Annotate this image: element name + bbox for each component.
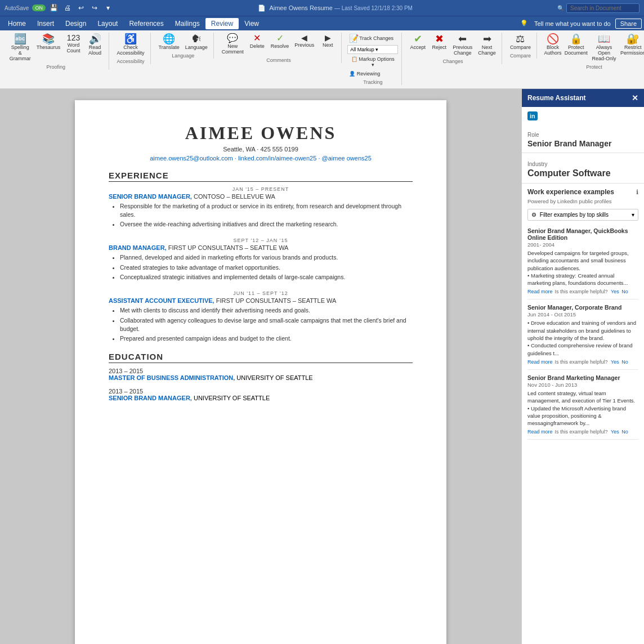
ribbon-btn-reviewing[interactable]: 👤 Reviewing xyxy=(347,70,382,78)
ribbon-btn-markupoptions[interactable]: 📋 Markup Options ▾ xyxy=(347,55,398,69)
ra-read-more-3[interactable]: Read more xyxy=(527,429,553,435)
menu-view[interactable]: View xyxy=(239,18,265,29)
job-title-3: ASSISTANT ACCOUNT EXECUTIVE, FIRST UP CO… xyxy=(109,297,413,304)
ra-examples-list: Senior Brand Manager, QuickBooks Online … xyxy=(522,223,644,644)
undo-icon[interactable]: ↩ xyxy=(76,3,86,13)
ra-helpful-1: Is this example helpful? Yes No xyxy=(555,289,628,294)
ra-ex-footer-3: Read more Is this example helpful? Yes N… xyxy=(527,429,638,435)
ra-read-more-1[interactable]: Read more xyxy=(527,289,553,294)
ribbon-btn-trackchanges[interactable]: 📝 Track Changes xyxy=(347,33,395,44)
ribbon-btn-protectdoc[interactable]: 🔒 ProtectDocument xyxy=(564,33,588,57)
document-area[interactable]: AIMEE OWENS Seattle, WA · 425 555 0199 a… xyxy=(0,89,521,644)
ribbon-btn-nextchange[interactable]: ➡ NextChange xyxy=(476,33,498,57)
ribbon-btn-delete[interactable]: ✕ Delete xyxy=(247,33,267,50)
job-company-1: CONTOSO – BELLEVUE WA xyxy=(194,193,275,200)
save-icon[interactable]: 💾 xyxy=(49,3,59,13)
ra-filter-label: ⚙ Filter examples by top skills xyxy=(531,212,609,218)
ribbon-btn-next-comment[interactable]: ▶ Next xyxy=(317,33,338,49)
customize-icon[interactable]: ▾ xyxy=(103,3,113,13)
tell-me-bar[interactable]: 💡 Tell me what you want to do xyxy=(520,20,611,27)
ra-yes-2[interactable]: Yes xyxy=(611,359,619,365)
menu-review[interactable]: Review xyxy=(205,18,239,29)
reject-icon: ✖ xyxy=(435,34,444,44)
menu-references[interactable]: References xyxy=(123,18,169,29)
ra-ex-body-2: • Drove education and training of vendor… xyxy=(527,319,638,356)
ribbon-btn-translate[interactable]: 🌐 Translate xyxy=(156,33,182,51)
job-company-2: FIRST UP CONSULTANTS – SEATTLE WA xyxy=(168,244,289,251)
ra-filter-chevron: ▾ xyxy=(632,212,634,218)
ribbon-btn-newcomment[interactable]: 💬 NewComment xyxy=(220,33,246,56)
ribbon-btn-wordcount[interactable]: 123 WordCount xyxy=(64,33,84,55)
wordcount-icon: 123 xyxy=(67,34,80,42)
job-title-highlight-3: ASSISTANT ACCOUNT EXECUTIVE, xyxy=(109,297,214,304)
ribbon-btn-accessibility[interactable]: ♿ CheckAccessibility xyxy=(115,33,147,57)
ribbon-btn-alwaysopen[interactable]: 📖 Always OpenRead-Only xyxy=(589,33,619,62)
menu-bar: Home Insert Design Layout References Mai… xyxy=(0,16,644,30)
job-block-2: SEPT '12 – JAN '15 BRAND MANAGER, FIRST … xyxy=(109,238,413,281)
search-icon: 🔍 xyxy=(557,5,564,11)
ribbon-btn-restrictperm[interactable]: 🔐 RestrictPermission xyxy=(620,33,644,57)
print-icon[interactable]: 🖨 xyxy=(62,3,73,13)
ra-work-title: Work experience examples xyxy=(527,188,614,196)
ribbon-btn-accept[interactable]: ✔ Accept xyxy=(408,33,428,51)
job-block-3: JUN '11 – SEPT '12 ASSISTANT ACCOUNT EXE… xyxy=(109,290,413,343)
job-bullet-3-2: Collaborated with agency colleagues to d… xyxy=(120,316,413,333)
ra-filter-dropdown[interactable]: ⚙ Filter examples by top skills ▾ xyxy=(527,209,638,221)
job-bullet-1-2: Oversee the wide-reaching advertising in… xyxy=(120,220,413,229)
share-button[interactable]: Share xyxy=(615,19,642,29)
autosave-toggle[interactable]: ON xyxy=(32,5,46,11)
menu-layout[interactable]: Layout xyxy=(92,18,123,29)
resolve-icon: ✓ xyxy=(276,34,284,43)
ribbon-btn-readaloud[interactable]: 🔊 ReadAloud xyxy=(85,33,105,57)
ribbon-btn-spelling[interactable]: 🔤 Spelling &Grammar xyxy=(7,33,33,62)
menu-design[interactable]: Design xyxy=(60,18,92,29)
tell-me-text[interactable]: Tell me what you want to do xyxy=(534,20,611,27)
edu-school-2: UNIVERSITY OF SEATTLE xyxy=(194,395,270,401)
job-bullet-2-1: Planned, developed and aided in marketin… xyxy=(120,253,413,262)
ribbon-btn-blockauthors[interactable]: 🚫 BlockAuthors xyxy=(543,33,563,57)
ra-yes-1[interactable]: Yes xyxy=(611,289,619,294)
edu-block-2: 2013 – 2015 SENIOR BRAND MANAGER, UNIVER… xyxy=(109,388,413,401)
redo-icon[interactable]: ↪ xyxy=(90,3,100,13)
ra-ex-title-2: Senior Manager, Corporate Brand xyxy=(527,304,638,311)
ribbon-group-language-label: Language xyxy=(172,53,194,59)
search-input[interactable] xyxy=(566,3,639,13)
ribbon-btn-language[interactable]: 🗣 Language xyxy=(183,33,210,51)
menu-home[interactable]: Home xyxy=(2,18,32,29)
ribbon-dropdown-markup[interactable]: All Markup ▾ xyxy=(347,45,398,54)
ra-title: Resume Assistant xyxy=(527,94,586,102)
job-bullets-3: Met with clients to discuss and identify… xyxy=(120,306,413,343)
ribbon-btn-compare[interactable]: ⚖ Compare xyxy=(508,33,533,51)
language-icon: 🗣 xyxy=(191,34,202,44)
ribbon: 🔤 Spelling &Grammar 📚 Thesaurus 123 Word… xyxy=(0,30,644,89)
menu-insert[interactable]: Insert xyxy=(32,18,60,29)
job-bullets-2: Planned, developed and aided in marketin… xyxy=(120,253,413,281)
ra-yes-3[interactable]: Yes xyxy=(611,429,619,435)
job-bullet-1-1: Responsible for the marketing of a produ… xyxy=(120,202,413,218)
word-icon: 📄 xyxy=(258,5,266,11)
ribbon-btn-reject[interactable]: ✖ Reject xyxy=(429,33,449,51)
job-block-1: JAN '15 – PRESENT SENIOR BRAND MANAGER, … xyxy=(109,186,413,229)
accessibility-icon: ♿ xyxy=(124,34,137,44)
ra-read-more-2[interactable]: Read more xyxy=(527,359,553,365)
ra-close-button[interactable]: ✕ xyxy=(632,93,638,102)
edu-date-2: 2013 – 2015 xyxy=(109,388,413,395)
ra-no-1[interactable]: No xyxy=(621,289,628,294)
compare-icon: ⚖ xyxy=(516,34,525,44)
ra-info-icon[interactable]: ℹ xyxy=(636,189,638,196)
ra-industry-section: Industry Computer Software xyxy=(522,153,644,184)
ribbon-btn-thesaurus[interactable]: 📚 Thesaurus xyxy=(34,33,62,51)
menu-mailings[interactable]: Mailings xyxy=(169,18,205,29)
ra-industry-value: Computer Software xyxy=(527,168,638,178)
ra-role-section: Role Senior Brand Manager xyxy=(522,127,644,153)
ra-no-2[interactable]: No xyxy=(621,359,628,365)
ribbon-btn-previous-comment[interactable]: ◀ Previous xyxy=(292,33,316,49)
edu-date-1: 2013 – 2015 xyxy=(109,368,413,374)
ra-industry-label: Industry xyxy=(527,161,638,167)
ra-example-3: Senior Brand Marketing Manager Nov 2010 … xyxy=(527,370,638,440)
ra-no-3[interactable]: No xyxy=(621,429,628,435)
ribbon-btn-resolve[interactable]: ✓ Resolve xyxy=(269,33,292,50)
ra-helpful-2: Is this example helpful? Yes No xyxy=(555,359,628,365)
ribbon-btn-prevchange[interactable]: ⬅ PreviousChange xyxy=(450,33,475,57)
ra-ex-body-1: Developed campaigns for targeted groups,… xyxy=(527,249,638,287)
